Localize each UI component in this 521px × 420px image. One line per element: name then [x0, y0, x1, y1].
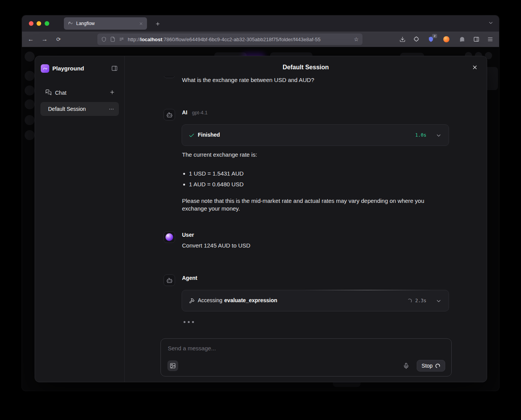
avatar: [164, 231, 175, 243]
message-composer: Stop: [160, 338, 452, 376]
tool-call-panel[interactable]: Accessingevaluate_expression 2.3s: [182, 290, 449, 311]
url-text: http://localhost:7860/flow/e64494bf-6bc9…: [128, 37, 350, 42]
downloads-icon[interactable]: [399, 36, 406, 43]
app-menu-icon[interactable]: [487, 36, 494, 43]
session-name: Default Session: [48, 106, 86, 112]
list-item: 1 AUD = 0.6480 USD: [182, 179, 244, 190]
bookmark-star-icon[interactable]: ☆: [354, 36, 359, 42]
canvas-dim-shape: [25, 99, 35, 109]
user-avatar-icon: [165, 233, 173, 241]
url-path: :7860/flow/e64494bf-6bc9-4cc2-ab32-305ab…: [162, 37, 321, 42]
canvas-dim-shape: [25, 115, 35, 125]
spinner-icon: [407, 299, 412, 303]
avatar: [164, 76, 175, 78]
chevron-down-icon[interactable]: [436, 132, 442, 139]
attach-image-button[interactable]: [167, 360, 178, 371]
traffic-light-zoom[interactable]: [45, 21, 49, 26]
langflow-favicon-icon: [68, 21, 73, 26]
message-input[interactable]: [162, 340, 451, 356]
reload-button[interactable]: ⟳: [54, 35, 63, 44]
ai-sender: AI: [182, 109, 187, 115]
user-sender: User: [182, 232, 194, 238]
tool-call-label: Accessingevaluate_expression: [198, 297, 277, 303]
url-host: localhost: [140, 37, 162, 42]
chevron-down-icon[interactable]: [436, 298, 442, 304]
flow-editor-page: Playground Chat: [22, 47, 499, 391]
extension-badge: 2: [432, 34, 437, 38]
stop-button-label: Stop: [422, 363, 433, 369]
ai-model-tag: gpt-4.1: [192, 110, 207, 115]
session-header-title: Default Session: [125, 64, 487, 71]
traffic-light-close[interactable]: [29, 21, 33, 26]
user-message-text: Convert 1245 AUD to USD: [182, 242, 250, 249]
typing-indicator: [184, 321, 194, 323]
avatar: [164, 274, 175, 286]
hammer-icon: [189, 298, 195, 304]
playground-sidebar: Playground Chat: [35, 56, 125, 382]
avatar: [164, 109, 175, 120]
sidebar-collapse-icon[interactable]: [111, 65, 118, 73]
sidebar-section-chat: Chat: [35, 87, 124, 98]
duration-badge: 2.3s: [415, 298, 426, 303]
tab-close-icon[interactable]: [139, 22, 143, 26]
new-chat-button[interactable]: [109, 89, 115, 97]
canvas-dim-shape: [25, 130, 35, 140]
browser-window: Langflow ← → ⟳: [22, 15, 499, 391]
session-options-icon[interactable]: [109, 106, 114, 114]
chat-bubbles-icon: [45, 89, 52, 97]
canvas-dim-shape: [25, 52, 35, 62]
check-icon: [189, 132, 195, 139]
list-item: 1 USD = 1.5431 AUD: [182, 168, 244, 179]
microphone-button[interactable]: [401, 361, 411, 370]
chat-section-label: Chat: [55, 90, 67, 96]
page-info-icon[interactable]: [110, 37, 115, 42]
ai-intro-text: The current exchange rate is:: [182, 151, 257, 158]
bot-icon: [166, 112, 173, 118]
forward-button[interactable]: →: [40, 35, 49, 44]
back-button[interactable]: ←: [27, 35, 35, 44]
browser-tab-bar: Langflow: [22, 15, 499, 32]
sidebar-toggle-icon[interactable]: [473, 36, 480, 43]
ghost-extension-icon[interactable]: [459, 36, 466, 43]
status-label: Finished: [198, 132, 220, 138]
playground-logo-icon: [41, 64, 49, 73]
canvas-dim-shape: [25, 85, 35, 95]
url-bar[interactable]: http://localhost:7860/flow/e64494bf-6bc9…: [97, 33, 362, 45]
tab-title: Langflow: [76, 21, 136, 26]
timer-ring-icon: [435, 363, 440, 368]
new-tab-button[interactable]: [153, 19, 162, 28]
ai-note-text: Please note that this is the mid-market …: [182, 197, 450, 213]
finished-status-panel[interactable]: Finished 1.0s: [182, 124, 449, 146]
agent-sender: Agent: [182, 275, 197, 281]
browser-tab[interactable]: Langflow: [64, 17, 147, 30]
message-list: What is the exchange rate between USD an…: [125, 76, 487, 337]
browser-toolbar: ← → ⟳ http://: [22, 32, 499, 47]
image-icon: [170, 363, 176, 369]
tracking-shield-icon[interactable]: [101, 37, 107, 42]
bot-icon: [166, 277, 173, 284]
previous-question-text: What is the exchange rate between USD an…: [182, 77, 314, 83]
desktop-background: Langflow ← → ⟳: [0, 0, 521, 420]
chat-main: Default Session What is the exchange rat…: [125, 56, 487, 382]
canvas-dim-shape: [25, 71, 35, 81]
playground-title: Playground: [52, 65, 84, 72]
orange-extension-icon[interactable]: [443, 36, 450, 43]
url-scheme: http://: [128, 37, 140, 42]
playground-modal: Playground Chat: [35, 56, 487, 382]
sidebar-item-default-session[interactable]: Default Session: [40, 102, 119, 116]
exchange-rate-list: 1 USD = 1.5431 AUD 1 AUD = 0.6480 USD: [182, 168, 244, 190]
stop-button[interactable]: Stop: [417, 360, 445, 371]
extensions-puzzle-icon[interactable]: [413, 36, 420, 43]
duration-badge: 1.0s: [415, 132, 426, 138]
permissions-icon[interactable]: [119, 37, 124, 42]
shield-extension-icon[interactable]: 2: [427, 36, 434, 43]
close-modal-icon[interactable]: [471, 64, 479, 71]
microphone-icon: [403, 363, 409, 369]
traffic-light-minimize[interactable]: [37, 21, 41, 26]
tab-list-chevron-icon[interactable]: [488, 20, 494, 27]
